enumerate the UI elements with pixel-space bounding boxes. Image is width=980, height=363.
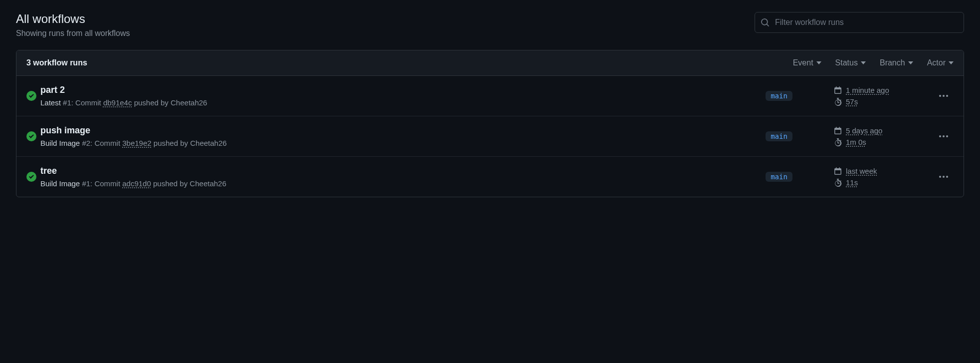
run-title-link[interactable]: push image	[40, 125, 90, 136]
caret-down-icon	[816, 61, 821, 64]
run-time-text: last week	[846, 167, 877, 175]
kebab-dot	[939, 176, 941, 178]
kebab-dot	[943, 135, 945, 137]
run-duration: 11s	[834, 178, 934, 187]
stopwatch-icon	[834, 98, 842, 106]
kebab-dot	[946, 176, 948, 178]
run-duration: 1m 0s	[834, 138, 934, 146]
run-number: #2	[82, 139, 90, 147]
run-subtitle: Latest #1: Commit db91e4c pushed by Chee…	[40, 98, 724, 107]
commit-link[interactable]: 3be19e2	[122, 139, 151, 147]
workflow-name: Build Image	[40, 179, 80, 188]
commit-prefix: : Commit	[90, 179, 122, 188]
caret-down-icon	[908, 61, 913, 64]
workflow-runs-box: 3 workflow runs Event Status Branch Acto…	[16, 50, 964, 197]
kebab-dot	[939, 95, 941, 97]
page-title: All workflows	[16, 12, 130, 26]
branch-badge[interactable]: main	[766, 91, 792, 101]
run-count: 3 workflow runs	[26, 58, 87, 67]
filter-bar: Event Status Branch Actor	[793, 58, 954, 67]
run-menu-button[interactable]	[937, 174, 950, 180]
status-success-icon	[26, 131, 40, 141]
pushed-by: pushed by Cheetah26	[151, 179, 226, 188]
stopwatch-icon	[834, 138, 842, 146]
caret-down-icon	[861, 61, 866, 64]
run-number: #1	[82, 179, 90, 188]
workflow-name: Latest	[40, 98, 61, 107]
commit-prefix: : Commit	[90, 139, 122, 147]
workflow-name: Build Image	[40, 139, 80, 147]
run-time-text: 1 minute ago	[846, 86, 889, 94]
stopwatch-icon	[834, 179, 842, 187]
filter-actor-label: Actor	[927, 58, 946, 67]
search-icon	[761, 18, 770, 27]
filter-status[interactable]: Status	[835, 58, 866, 67]
run-subtitle: Build Image #2: Commit 3be19e2 pushed by…	[40, 139, 724, 147]
filter-branch[interactable]: Branch	[880, 58, 913, 67]
run-menu-button[interactable]	[937, 93, 950, 99]
filter-event[interactable]: Event	[793, 58, 821, 67]
run-number: #1	[63, 98, 71, 107]
workflow-run-row: tree Build Image #1: Commit adc91d0 push…	[16, 157, 964, 197]
run-menu-button[interactable]	[937, 133, 950, 139]
kebab-dot	[939, 135, 941, 137]
status-success-icon	[26, 91, 40, 101]
kebab-dot	[946, 95, 948, 97]
run-duration-text: 1m 0s	[846, 138, 866, 146]
run-duration: 57s	[834, 97, 934, 106]
branch-badge[interactable]: main	[766, 131, 792, 141]
box-header: 3 workflow runs Event Status Branch Acto…	[16, 50, 964, 76]
filter-branch-label: Branch	[880, 58, 905, 67]
page-subtitle: Showing runs from all workflows	[16, 29, 130, 38]
status-success-icon	[26, 172, 40, 182]
workflow-run-row: push image Build Image #2: Commit 3be19e…	[16, 116, 964, 157]
run-duration-text: 57s	[846, 97, 858, 106]
filter-actor[interactable]: Actor	[927, 58, 954, 67]
kebab-dot	[943, 176, 945, 178]
run-time: last week	[834, 167, 934, 175]
commit-link[interactable]: adc91d0	[122, 179, 151, 188]
workflow-run-row: part 2 Latest #1: Commit db91e4c pushed …	[16, 76, 964, 116]
kebab-dot	[946, 135, 948, 137]
run-time: 5 days ago	[834, 126, 934, 135]
branch-badge[interactable]: main	[766, 172, 792, 182]
commit-link[interactable]: db91e4c	[103, 98, 132, 107]
caret-down-icon	[949, 61, 954, 64]
run-title-link[interactable]: part 2	[40, 85, 65, 95]
calendar-icon	[834, 167, 842, 175]
run-subtitle: Build Image #1: Commit adc91d0 pushed by…	[40, 179, 724, 188]
filter-status-label: Status	[835, 58, 858, 67]
search-container	[755, 12, 964, 33]
filter-event-label: Event	[793, 58, 813, 67]
run-time-text: 5 days ago	[846, 126, 882, 135]
pushed-by: pushed by Cheetah26	[152, 139, 227, 147]
run-time: 1 minute ago	[834, 86, 934, 94]
pushed-by: pushed by Cheetah26	[132, 98, 207, 107]
calendar-icon	[834, 127, 842, 135]
kebab-dot	[943, 95, 945, 97]
commit-prefix: : Commit	[71, 98, 103, 107]
calendar-icon	[834, 86, 842, 94]
search-input[interactable]	[755, 12, 964, 33]
run-title-link[interactable]: tree	[40, 166, 57, 176]
run-duration-text: 11s	[846, 178, 858, 187]
